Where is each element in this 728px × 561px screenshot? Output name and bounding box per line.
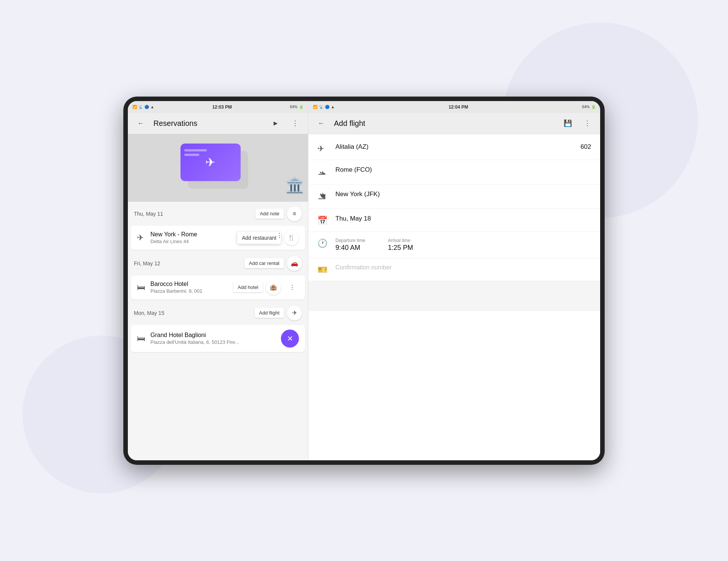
ny-rome-more-button[interactable]: ⋮	[273, 229, 286, 242]
day-label-thu-may-11: Thu, May 11	[134, 211, 163, 217]
hero-area: ✈ 🏛️	[128, 134, 308, 202]
ny-rome-content: New York - Rome Delta Air Lines 44	[150, 231, 233, 244]
bt-icon: 🔵	[144, 105, 149, 109]
date-content: Thu, May 18	[335, 215, 591, 222]
left-panel-content: Thu, May 11 Add note ≡ ✈ New York - Rome	[128, 202, 308, 460]
day-actions-thu: Add note ≡	[255, 206, 302, 221]
confirmation-content: Confirmation number	[335, 264, 591, 271]
add-flight-button[interactable]: Add flight	[255, 308, 284, 318]
ny-rome-actions: Add restaurant 🍴	[237, 230, 299, 245]
right-battery-text: 64%	[582, 105, 590, 109]
close-x-icon: ✕	[287, 334, 293, 343]
send-button[interactable]: ►	[269, 116, 282, 130]
ny-rome-subtitle: Delta Air Lines 44	[150, 239, 233, 244]
arrival-time-item: Arrival time 1:25 PM	[388, 238, 413, 252]
right-back-button[interactable]: ←	[314, 116, 328, 130]
ticket-icon: 🎫	[317, 265, 328, 275]
airline-row: ✈ Alitalia (AZ) 602	[308, 137, 600, 160]
car-icon-button[interactable]: 🚗	[287, 256, 302, 271]
departure-airport-content: Rome (FCO)	[335, 166, 591, 174]
barocco-content: Barocco Hotel Piazza Barberini, 9, 001	[150, 281, 229, 294]
right-panel: 📶 📡 🔵 ▲ 12:04 PM 64% 🔋 ← Add flight	[308, 101, 600, 460]
tablet-frame: 📶 📡 🔵 ▲ 12:03 PM 64% 🔋 ← Reservations	[123, 97, 605, 465]
right-app-bar: ← Add flight 💾 ⋮	[308, 113, 600, 134]
battery-icon: 🔋	[299, 105, 303, 109]
barocco-more-icon: ⋮	[289, 284, 295, 291]
time-group: Departure time 9:40 AM Arrival time 1:25…	[335, 238, 591, 252]
day-header-fri-may-12: Fri, May 12 Add car rental 🚗	[128, 251, 308, 274]
more-icon-right: ⋮	[584, 119, 591, 127]
left-back-button[interactable]: ←	[134, 116, 147, 130]
ticket-card-front: ✈	[180, 144, 241, 181]
restaurant-icon-button[interactable]: 🍴	[284, 230, 299, 245]
right-battery: 64% 🔋	[582, 105, 596, 109]
more-icon-left: ⋮	[292, 119, 299, 127]
fork-knife-icon: 🍴	[288, 234, 295, 241]
close-purple-button[interactable]: ✕	[281, 330, 299, 348]
wifi-icon: 📡	[138, 105, 143, 109]
right-bt-icon: 🔵	[325, 105, 329, 109]
landing-icon	[317, 191, 328, 203]
bottom-input-area	[308, 281, 600, 311]
hotel-action-icon-button[interactable]: 🏨	[266, 280, 281, 295]
right-title: Add flight	[334, 119, 555, 128]
hotel-icon-baglioni: 🛏	[137, 334, 146, 343]
time-content: Departure time 9:40 AM Arrival time 1:25…	[335, 238, 591, 252]
flight-add-icon: ✈	[292, 309, 297, 316]
sim-icon: 📶	[132, 105, 137, 109]
hotel-icon-barocco: 🛏	[137, 283, 146, 292]
arrival-airport-row: New York (JFK)	[308, 184, 600, 209]
day-actions-fri: Add car rental 🚗	[244, 256, 302, 271]
flight-add-icon-button[interactable]: ✈	[287, 305, 302, 321]
airline-name: Alitalia (AZ)	[335, 143, 369, 150]
day-actions-mon: Add flight ✈	[255, 305, 302, 321]
ny-rome-more-icon: ⋮	[276, 232, 282, 239]
time-row: 🕐 Departure time 9:40 AM Arrival time 1:…	[308, 232, 600, 258]
car-icon: 🚗	[291, 260, 298, 267]
right-wifi-icon: 📡	[319, 105, 323, 109]
confirmation-row: 🎫 Confirmation number	[308, 258, 600, 281]
add-hotel-button[interactable]: Add hotel	[233, 282, 263, 292]
departure-time-label: Departure time	[335, 238, 365, 243]
baglioni-title: Grand Hotel Baglioni	[150, 332, 276, 339]
save-button[interactable]: 💾	[561, 116, 575, 130]
ticket-line-front-2	[184, 154, 199, 156]
more-menu-button-right[interactable]: ⋮	[581, 116, 594, 130]
date-row: 📅 Thu, May 18	[308, 209, 600, 232]
right-back-icon: ←	[318, 119, 325, 127]
add-note-button[interactable]: Add note	[255, 209, 284, 219]
flight-number: 602	[581, 143, 591, 151]
trip-item-barocco: 🛏 Barocco Hotel Piazza Barberini, 9, 001…	[131, 275, 305, 299]
more-menu-button-left[interactable]: ⋮	[288, 116, 302, 130]
arrival-time-value: 1:25 PM	[388, 244, 413, 252]
day-section-fri-may-12: Fri, May 12 Add car rental 🚗 🛏 Barocco H…	[128, 251, 308, 299]
confirmation-placeholder[interactable]: Confirmation number	[335, 264, 391, 271]
day-section-mon-may-15: Mon, May 15 Add flight ✈ 🛏 Grand Hotel B…	[128, 301, 308, 352]
note-icon-button[interactable]: ≡	[287, 206, 302, 221]
arrival-airport-name: New York (JFK)	[335, 191, 380, 198]
left-battery: 64% 🔋	[290, 105, 303, 109]
building-icon: 🏛️	[285, 177, 304, 194]
day-header-thu-may-11: Thu, May 11 Add note ≡	[128, 202, 308, 224]
save-icon: 💾	[564, 119, 572, 127]
left-title: Reservations	[153, 119, 263, 128]
barocco-subtitle: Piazza Barberini, 9, 001	[150, 288, 229, 294]
barocco-more-button[interactable]: ⋮	[285, 281, 299, 294]
left-status-icons: 📶 📡 🔵 ▲	[132, 105, 154, 109]
hotel-icon-action: 🏨	[270, 284, 277, 291]
left-time: 12:03 PM	[212, 104, 232, 110]
add-car-rental-button[interactable]: Add car rental	[244, 258, 284, 268]
trip-item-ny-rome: ✈ New York - Rome Delta Air Lines 44 Add…	[131, 226, 305, 250]
right-status-icons: 📶 📡 🔵 ▲	[313, 105, 335, 109]
flight-icon: ✈	[137, 233, 146, 243]
ticket-illustration: ✈	[180, 144, 256, 192]
day-label-mon-may-15: Mon, May 15	[134, 310, 164, 316]
right-battery-icon: 🔋	[591, 105, 596, 109]
arrival-airport-content: New York (JFK)	[335, 191, 591, 198]
signal-icon: ▲	[150, 105, 154, 109]
ticket-plane-icon: ✈	[205, 155, 215, 169]
departure-airport-row: Rome (FCO)	[308, 160, 600, 184]
back-icon: ←	[137, 119, 144, 127]
flight-details: ✈ Alitalia (AZ) 602 Rome (FCO)	[308, 134, 600, 460]
arrival-time-label: Arrival time	[388, 238, 413, 243]
